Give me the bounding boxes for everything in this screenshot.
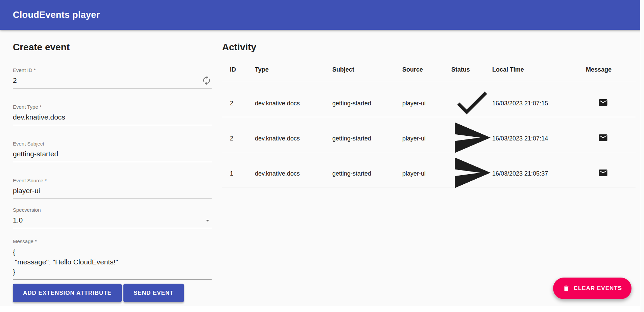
create-event-fields: Event ID * Event Type * Event S	[13, 67, 212, 280]
activity-heading: Activity	[222, 42, 636, 52]
event-source-input[interactable]	[13, 185, 212, 199]
column-header-local-time: Local Time	[492, 66, 586, 73]
cell-message	[586, 166, 636, 181]
cell-message	[586, 96, 636, 111]
email-icon[interactable]	[597, 166, 610, 180]
cell-subject: getting-started	[332, 100, 402, 107]
event-subject-field: Event Subject	[13, 141, 212, 162]
table-row: 2 dev.knative.docs getting-started playe…	[222, 82, 636, 117]
message-textarea[interactable]: { "message": "Hello CloudEvents!" }	[13, 246, 212, 279]
create-event-heading: Create event	[13, 42, 212, 52]
cell-local-time: 16/03/2023 21:05:37	[492, 170, 586, 177]
activity-table: ID Type Subject Source Status Local Time…	[222, 58, 636, 187]
email-icon[interactable]	[597, 96, 610, 109]
app-root: CloudEvents player Create event Event ID…	[0, 0, 644, 312]
cell-source: player-ui	[402, 100, 451, 107]
cell-id: 2	[222, 100, 255, 107]
event-source-field: Event Source *	[13, 178, 212, 199]
cell-id: 2	[222, 135, 255, 142]
event-id-field: Event ID *	[13, 67, 212, 88]
event-id-input[interactable]	[13, 75, 201, 88]
column-header-message: Message	[586, 66, 636, 73]
event-subject-input[interactable]	[13, 148, 212, 162]
column-header-subject: Subject	[332, 66, 402, 73]
event-source-label: Event Source *	[13, 178, 212, 184]
cell-source: player-ui	[402, 135, 451, 142]
specversion-value: 1.0	[13, 214, 204, 228]
send-icon	[451, 188, 492, 194]
table-row: 2 dev.knative.docs getting-started playe…	[222, 117, 636, 152]
specversion-field: Specversion 1.0	[13, 207, 212, 228]
event-id-label: Event ID *	[13, 67, 212, 73]
column-header-source: Source	[402, 66, 451, 73]
activity-panel: Activity ID Type Subject Source Status L…	[222, 30, 644, 302]
cell-message	[586, 131, 636, 146]
table-row: 1 dev.knative.docs getting-started playe…	[222, 152, 636, 187]
specversion-label: Specversion	[13, 207, 212, 213]
autorenew-icon[interactable]	[201, 75, 212, 85]
event-type-field: Event Type *	[13, 104, 212, 125]
add-extension-attribute-button[interactable]: ADD EXTENSION ATTRIBUTE	[13, 284, 122, 302]
message-label: Message *	[13, 238, 212, 244]
event-type-control	[13, 111, 212, 125]
send-event-button[interactable]: SEND EVENT	[123, 284, 184, 302]
clear-events-button[interactable]: CLEAR EVENTS	[553, 278, 631, 299]
event-type-input[interactable]	[13, 111, 212, 125]
specversion-select[interactable]: 1.0	[13, 214, 212, 228]
app-header: CloudEvents player	[0, 0, 644, 30]
event-source-control	[13, 185, 212, 199]
main-content: Create event Event ID * Event Type *	[0, 30, 644, 302]
cell-source: player-ui	[402, 170, 451, 177]
cell-type: dev.knative.docs	[255, 100, 332, 107]
message-field: Message * { "message": "Hello CloudEvent…	[13, 238, 212, 280]
message-control: { "message": "Hello CloudEvents!" }	[13, 246, 212, 280]
column-header-id: ID	[222, 66, 255, 73]
cell-subject: getting-started	[332, 170, 402, 177]
event-subject-label: Event Subject	[13, 141, 212, 147]
clear-events-label: CLEAR EVENTS	[574, 285, 622, 292]
email-icon[interactable]	[597, 131, 610, 145]
cell-type: dev.knative.docs	[255, 170, 332, 177]
cell-subject: getting-started	[332, 135, 402, 142]
scrollbar[interactable]	[640, 0, 644, 312]
dropdown-arrow-icon	[204, 216, 212, 225]
table-header-row: ID Type Subject Source Status Local Time…	[222, 58, 636, 82]
trash-icon	[563, 284, 570, 292]
event-subject-control	[13, 148, 212, 162]
create-event-panel: Create event Event ID * Event Type *	[13, 30, 212, 302]
cell-id: 1	[222, 170, 255, 177]
cell-local-time: 16/03/2023 21:07:14	[492, 135, 586, 142]
cell-local-time: 16/03/2023 21:07:15	[492, 100, 586, 107]
event-id-control	[13, 75, 212, 88]
column-header-status: Status	[451, 66, 492, 73]
column-header-type: Type	[255, 66, 332, 73]
event-type-label: Event Type *	[13, 104, 212, 110]
form-buttons: ADD EXTENSION ATTRIBUTE SEND EVENT	[13, 284, 212, 302]
app-title: CloudEvents player	[13, 10, 100, 20]
cell-type: dev.knative.docs	[255, 135, 332, 142]
cell-status	[451, 152, 492, 195]
